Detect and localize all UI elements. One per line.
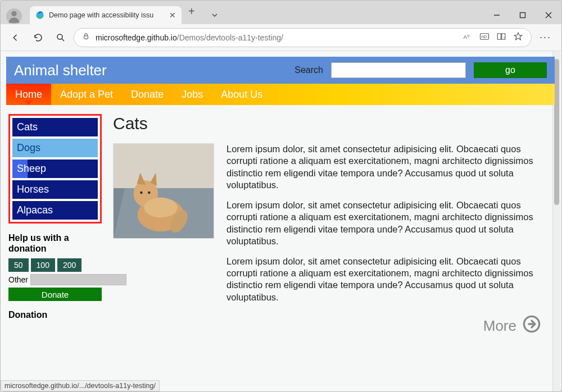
close-tab-icon[interactable]: ✕ xyxy=(169,11,176,20)
more-link[interactable]: More xyxy=(113,314,541,338)
other-label: Other xyxy=(8,275,28,284)
cat-image xyxy=(113,143,214,239)
search-go-button[interactable]: go xyxy=(474,62,547,78)
svg-rect-8 xyxy=(84,35,88,38)
address-actions: A⁾⁾ HD xyxy=(463,31,523,44)
nav-jobs[interactable]: Jobs xyxy=(173,84,212,105)
svg-text:HD: HD xyxy=(482,35,487,39)
maximize-button[interactable] xyxy=(510,6,536,24)
main-nav: Home Adopt a Pet Donate Jobs About Us xyxy=(6,84,555,105)
svg-point-6 xyxy=(57,34,62,39)
search-input[interactable] xyxy=(331,62,466,78)
sidebar-item-horses[interactable]: Horses xyxy=(12,180,98,199)
sidebar-item-sheep[interactable]: Sheep xyxy=(12,159,98,178)
lock-icon xyxy=(82,33,90,43)
donate-100-button[interactable]: 100 xyxy=(31,258,55,272)
page-viewport: Animal shelter Search go Home Adopt a Pe… xyxy=(1,51,561,391)
read-aloud-icon[interactable]: A⁾⁾ xyxy=(463,31,473,44)
donation-help-heading: Help us with a donation xyxy=(8,233,102,254)
tabs-chevron-icon[interactable] xyxy=(202,6,228,24)
main-content: Cats xyxy=(113,114,552,338)
status-bar: microsoftedge.github.io/.../devtools-a11… xyxy=(1,380,160,391)
arrow-right-circle-icon xyxy=(522,314,541,338)
window-titlebar: Demo page with accessibility issu ✕ + xyxy=(1,1,561,24)
new-tab-button[interactable]: + xyxy=(182,5,202,18)
browser-toolbar: microsoftedge.github.io/Demos/devtools-a… xyxy=(1,24,561,51)
tab-title: Demo page with accessibility issu xyxy=(49,11,165,19)
url-text: microsoftedge.github.io/Demos/devtools-a… xyxy=(96,33,283,42)
favorite-icon[interactable] xyxy=(513,31,523,44)
other-amount-input[interactable] xyxy=(30,274,126,285)
svg-point-19 xyxy=(148,192,150,194)
nav-adopt[interactable]: Adopt a Pet xyxy=(51,84,122,105)
more-menu-button[interactable]: ··· xyxy=(535,31,556,43)
site-header: Animal shelter Search go xyxy=(6,57,555,84)
page-heading: Cats xyxy=(113,114,541,133)
nav-donate[interactable]: Donate xyxy=(122,84,173,105)
sidebar-item-alpacas[interactable]: Alpacas xyxy=(12,201,98,220)
donation-heading: Donation xyxy=(8,310,102,320)
refresh-button[interactable] xyxy=(29,28,48,47)
address-bar[interactable]: microsoftedge.github.io/Demos/devtools-a… xyxy=(74,28,532,47)
sidebar-item-cats[interactable]: Cats xyxy=(12,118,98,136)
donate-200-button[interactable]: 200 xyxy=(57,258,81,272)
svg-text:A⁾⁾: A⁾⁾ xyxy=(463,33,469,39)
paragraph-3: Lorem ipsum dolor, sit amet consectetur … xyxy=(226,256,541,304)
svg-rect-12 xyxy=(114,144,214,188)
back-button[interactable] xyxy=(6,28,25,47)
profile-icon[interactable] xyxy=(6,8,22,24)
more-label: More xyxy=(483,317,516,335)
search-label: Search xyxy=(294,65,323,75)
site-title: Animal shelter xyxy=(14,62,107,79)
svg-point-18 xyxy=(140,192,142,194)
browser-tab[interactable]: Demo page with accessibility issu ✕ xyxy=(30,6,182,24)
close-window-button[interactable] xyxy=(536,6,561,24)
animal-category-nav: Cats Dogs Sheep Horses Alpacas xyxy=(8,114,102,224)
edge-favicon xyxy=(35,11,44,20)
paragraph-2: Lorem ipsum dolor, sit amet consectetur … xyxy=(226,199,541,248)
sidebar: Cats Dogs Sheep Horses Alpacas Help us w… xyxy=(8,114,102,338)
donate-button[interactable]: Donate xyxy=(8,288,102,301)
window-controls xyxy=(484,6,561,24)
donate-50-button[interactable]: 50 xyxy=(8,258,29,272)
svg-rect-3 xyxy=(520,13,525,18)
paragraph-1: Lorem ipsum dolor, sit amet consectetur … xyxy=(226,143,541,192)
svg-point-0 xyxy=(11,11,16,16)
search-icon[interactable] xyxy=(51,28,70,47)
minimize-button[interactable] xyxy=(484,6,510,24)
sidebar-item-dogs[interactable]: Dogs xyxy=(12,139,98,157)
article-text: Lorem ipsum dolor, sit amet consectetur … xyxy=(226,143,541,311)
nav-about[interactable]: About Us xyxy=(212,84,271,105)
hd-icon[interactable]: HD xyxy=(479,31,490,44)
svg-point-17 xyxy=(144,198,177,218)
reader-icon[interactable] xyxy=(496,31,506,44)
svg-line-7 xyxy=(62,39,64,41)
nav-home[interactable]: Home xyxy=(6,84,51,105)
